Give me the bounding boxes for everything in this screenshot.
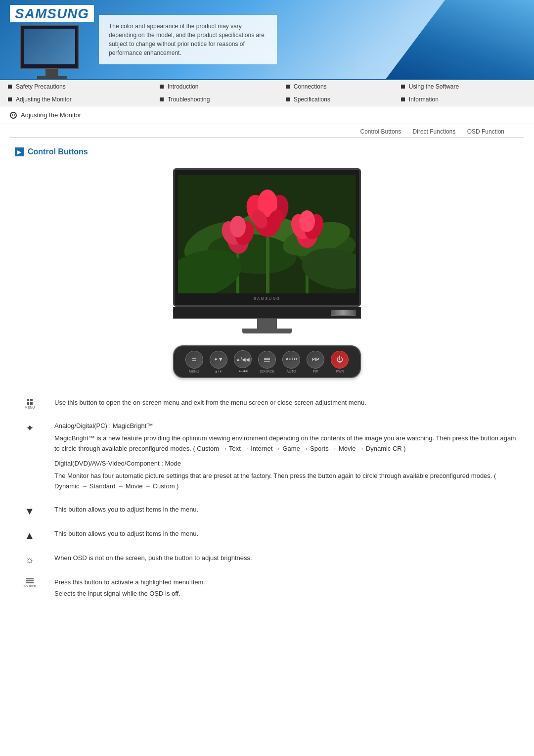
btn-descriptions: MENU Use this button to open the on-scre… (15, 398, 519, 600)
section-play-icon: ▶ (15, 147, 24, 156)
monitor-bottom-bar: SAMSUNG (175, 293, 359, 303)
desc-row-up: ▲ This button allows you to adjust items… (15, 529, 519, 541)
ctrl-btn-menu-label: MENU (189, 370, 199, 373)
ctrl-btn-auto-label: AUTO (286, 370, 296, 373)
ctrl-btn-power-label: PWR (336, 370, 344, 373)
tab-nav: Control Buttons Direct Functions OSD Fun… (0, 124, 534, 137)
ctrl-btn-menu[interactable]: MENU (185, 351, 203, 373)
nav-item-adjusting[interactable]: Adjusting the Monitor (0, 93, 152, 106)
tulip-svg (178, 175, 356, 293)
ctrl-btn-auto-circle: AUTO (282, 351, 300, 369)
desc-icon-source: SOURCE (15, 577, 44, 588)
desc-row-down: ▼ This button allows you to adjust items… (15, 505, 519, 517)
tab-direct-functions[interactable]: Direct Functions (413, 128, 456, 135)
monitor-screen (178, 175, 356, 293)
desc-icon-menu: MENU (15, 398, 44, 409)
breadcrumb-label: Adjusting the Monitor (21, 111, 81, 119)
ctrl-btn-power-circle: ⏻ (331, 351, 349, 369)
desc-text-brightness: When OSD is not on the screen, push the … (54, 553, 519, 564)
ctrl-btn-magicbright-circle: ✦▼ (210, 351, 227, 369)
desc-text-menu: Use this button to open the on-screen me… (54, 398, 519, 408)
monitor-illustration (15, 15, 89, 79)
tab-control-buttons[interactable]: Control Buttons (360, 128, 401, 135)
monitor-brand-label: SAMSUNG (254, 296, 280, 301)
monitor-bezel-bottom (173, 307, 361, 319)
ctrl-btn-pip[interactable]: PIP PIP (307, 351, 324, 373)
breadcrumb-line (87, 115, 384, 115)
nav-bullet (286, 97, 290, 101)
nav-bullet (8, 85, 12, 89)
breadcrumb-circle-icon: O (10, 112, 17, 119)
nav-item-information[interactable]: Information (393, 93, 534, 106)
ctrl-btn-brightness-label: ▲/◀◀ (238, 369, 247, 373)
ctrl-btn-magicbright-label: ▲/▼ (215, 370, 222, 373)
desc-row-source: SOURCE Press this button to activate a h… (15, 577, 519, 600)
section-title: Control Buttons (28, 147, 88, 156)
nav-bullet (286, 85, 290, 89)
ctrl-btn-source-label: SOURCE (260, 370, 274, 373)
monitor-display-area: SAMSUNG (15, 168, 519, 378)
desc-text-magicbright: Analog/Digital(PC) : MagicBright™ MagicB… (54, 421, 519, 493)
ctrl-btn-brightness[interactable]: ▲/◀◀ ▲/◀◀ (234, 350, 252, 373)
ctrl-btn-pip-label: PIP (313, 370, 318, 373)
ctrl-btn-source-circle (258, 351, 276, 369)
nav-bullet (401, 97, 405, 101)
control-strip: MENU ✦▼ ▲/▼ ▲/◀◀ ▲/◀◀ (173, 345, 361, 378)
desc-icon-up: ▲ (15, 529, 44, 541)
banner-swoosh (386, 0, 534, 79)
header-banner: SAMSUNG The color and appearance of the … (0, 0, 534, 79)
ctrl-btn-menu-circle (185, 351, 203, 369)
ctrl-btn-pip-circle: PIP (307, 351, 324, 369)
desc-icon-down: ▼ (15, 505, 44, 517)
desc-row-brightness: ☼ When OSD is not on the screen, push th… (15, 553, 519, 566)
nav-item-connections[interactable]: Connections (278, 80, 393, 93)
main-content: ▶ Control Buttons (0, 138, 534, 621)
ctrl-btn-brightness-circle: ▲/◀◀ (234, 350, 252, 368)
nav-item-intro[interactable]: Introduction (152, 80, 278, 93)
nav-item-software[interactable]: Using the Software (393, 80, 534, 93)
desc-icon-magicbright: ✦ (15, 421, 44, 434)
ctrl-btn-source[interactable]: SOURCE (258, 351, 276, 373)
bezel-highlight (331, 310, 356, 316)
monitor-stand-base (242, 329, 292, 333)
nav-item-troubleshooting[interactable]: Troubleshooting (152, 93, 278, 106)
breadcrumb: O Adjusting the Monitor (0, 106, 534, 124)
nav-bullet (8, 97, 12, 101)
desc-text-down: This button allows you to adjust items i… (54, 505, 519, 515)
nav-bullet (160, 97, 164, 101)
ctrl-btn-power[interactable]: ⏻ PWR (331, 351, 349, 373)
monitor-main: SAMSUNG (173, 168, 361, 307)
desc-text-source: Press this button to activate a highligh… (54, 577, 519, 600)
section-header: ▶ Control Buttons (15, 147, 519, 156)
nav-bar: Safety Precautions Introduction Connecti… (0, 79, 534, 106)
nav-bullet (160, 85, 164, 89)
ctrl-btn-auto[interactable]: AUTO AUTO (282, 351, 300, 373)
desc-text-up: This button allows you to adjust items i… (54, 529, 519, 539)
desc-row-menu: MENU Use this button to open the on-scre… (15, 398, 519, 409)
banner-text: The color and appearance of the product … (99, 15, 277, 64)
svg-point-12 (230, 216, 246, 237)
desc-row-magicbright: ✦ Analog/Digital(PC) : MagicBright™ Magi… (15, 421, 519, 493)
nav-item-specifications[interactable]: Specifications (278, 93, 393, 106)
desc-icon-brightness: ☼ (15, 553, 44, 566)
nav-bullet (401, 85, 405, 89)
ctrl-btn-magicbright[interactable]: ✦▼ ▲/▼ (210, 351, 227, 373)
svg-point-22 (299, 210, 315, 232)
tab-osd-function[interactable]: OSD Function (467, 128, 504, 135)
monitor-stand-neck (257, 319, 277, 329)
nav-item-safety[interactable]: Safety Precautions (0, 80, 152, 93)
